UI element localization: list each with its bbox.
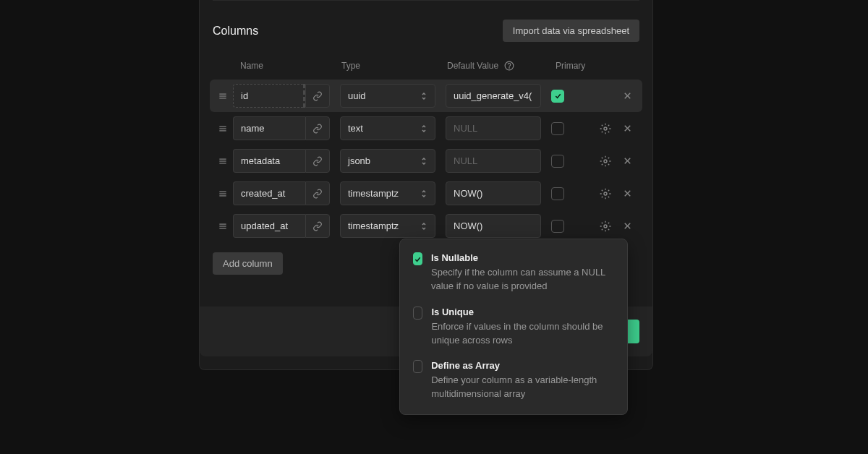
column-headers: Name Type Default Value Primary [210, 55, 642, 80]
option-checkbox[interactable] [413, 252, 422, 265]
primary-checkbox[interactable] [551, 220, 564, 233]
column-name-input[interactable] [233, 84, 305, 108]
section-title: Columns [213, 25, 258, 38]
column-type-select[interactable]: text [340, 116, 435, 140]
column-name-input[interactable] [233, 181, 305, 205]
foreign-key-button[interactable] [305, 116, 330, 140]
option-desc: Specify if the column can assume a NULL … [431, 266, 614, 294]
svg-point-28 [604, 225, 607, 228]
primary-checkbox[interactable] [551, 122, 564, 135]
primary-checkbox[interactable] [551, 155, 564, 168]
column-name-input[interactable] [233, 116, 305, 140]
default-value-input[interactable] [446, 181, 541, 205]
default-value-input[interactable] [446, 149, 541, 173]
column-row: text [210, 112, 642, 145]
add-column-button[interactable]: Add column [213, 252, 283, 275]
close-icon[interactable] [621, 122, 634, 135]
default-value-input[interactable] [446, 116, 541, 140]
close-icon[interactable] [621, 155, 634, 168]
option-checkbox[interactable] [413, 307, 422, 320]
column-row: uuid [210, 80, 642, 112]
close-icon[interactable] [621, 187, 634, 200]
drag-handle-icon[interactable] [213, 124, 233, 134]
default-value-input[interactable] [446, 214, 541, 238]
help-icon[interactable] [503, 59, 516, 72]
chevron-updown-icon [420, 91, 427, 101]
drag-handle-icon[interactable] [213, 156, 233, 166]
header-type: Type [334, 61, 440, 71]
gear-icon[interactable] [599, 122, 612, 135]
foreign-key-button[interactable] [305, 84, 330, 108]
gear-icon[interactable] [599, 187, 612, 200]
svg-point-1 [509, 68, 510, 69]
chevron-updown-icon [420, 189, 427, 199]
option-title: Is Unique [431, 307, 614, 317]
close-icon[interactable] [621, 220, 634, 233]
header-default: Default Value [447, 61, 498, 71]
option-checkbox[interactable] [413, 360, 422, 373]
default-value-input[interactable] [446, 84, 541, 108]
column-type-select[interactable]: uuid [340, 84, 435, 108]
popover-option[interactable]: Is NullableSpecify if the column can ass… [413, 252, 614, 294]
column-row: timestamptz [210, 210, 642, 242]
column-name-input[interactable] [233, 214, 305, 238]
drag-handle-icon[interactable] [213, 221, 233, 231]
option-title: Define as Array [431, 360, 614, 371]
import-spreadsheet-button[interactable]: Import data via spreadsheet [503, 20, 639, 42]
option-title: Is Nullable [431, 252, 614, 263]
popover-option[interactable]: Define as ArrayDefine your column as a v… [413, 360, 614, 401]
chevron-updown-icon [420, 156, 427, 166]
option-desc: Enforce if values in the column should b… [431, 320, 614, 348]
svg-point-10 [604, 127, 607, 130]
header-primary: Primary [547, 61, 590, 71]
drag-handle-icon[interactable] [213, 189, 233, 199]
primary-checkbox[interactable] [551, 187, 564, 200]
foreign-key-button[interactable] [305, 181, 330, 205]
foreign-key-button[interactable] [305, 214, 330, 238]
gear-icon[interactable] [599, 220, 612, 233]
popover-option[interactable]: Is UniqueEnforce if values in the column… [413, 307, 614, 348]
column-row: timestamptz [210, 177, 642, 210]
primary-checkbox[interactable] [551, 90, 564, 103]
svg-point-16 [604, 160, 607, 163]
drag-handle-icon[interactable] [213, 91, 233, 101]
close-icon[interactable] [621, 90, 634, 103]
column-settings-popover: Is NullableSpecify if the column can ass… [399, 239, 628, 415]
column-row: jsonb [210, 145, 642, 177]
option-desc: Define your column as a variable-length … [431, 374, 614, 401]
svg-point-22 [604, 192, 607, 195]
column-type-select[interactable]: timestamptz [340, 181, 435, 205]
column-type-select[interactable]: jsonb [340, 149, 435, 173]
gear-icon[interactable] [599, 155, 612, 168]
column-type-select[interactable]: timestamptz [340, 214, 435, 238]
foreign-key-button[interactable] [305, 149, 330, 173]
header-name: Name [233, 61, 334, 71]
chevron-updown-icon [420, 221, 427, 231]
column-name-input[interactable] [233, 149, 305, 173]
chevron-updown-icon [420, 124, 427, 134]
